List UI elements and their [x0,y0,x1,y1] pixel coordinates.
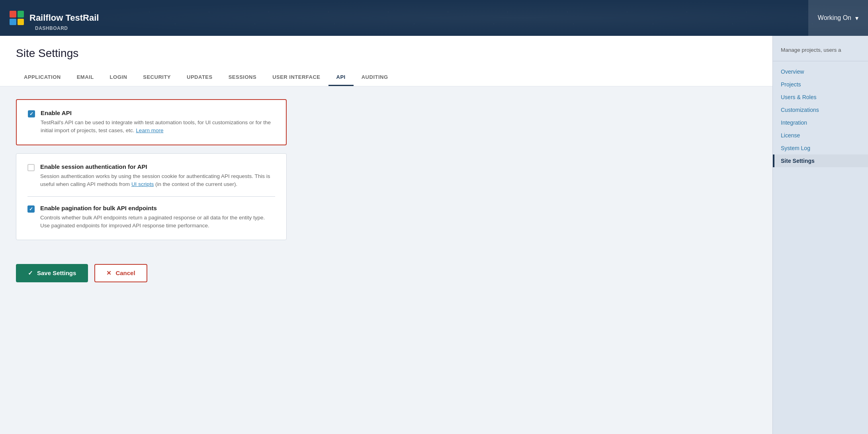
enable-api-checkbox-wrap[interactable] [28,110,35,117]
learn-more-link[interactable]: Learn more [136,127,163,133]
logo-grid [10,11,24,25]
pagination-label: Enable pagination for bulk API endpoints [40,205,275,211]
sidebar-item-customizations[interactable]: Customizations [773,104,868,116]
session-auth-checkbox-wrap[interactable] [27,164,35,171]
sidebar-item-projects[interactable]: Projects [773,78,868,91]
ui-scripts-link[interactable]: UI scripts [131,181,154,187]
pagination-checkbox-wrap[interactable] [27,205,35,213]
sidebar-help-text: Manage projects, users a [773,44,868,61]
chevron-down-icon: ▾ [855,14,858,22]
check-icon: ✓ [28,270,33,277]
sidebar-item-system-log[interactable]: System Log [773,142,868,154]
page-header: Site Settings APPLICATION EMAIL LOGIN SE… [0,36,772,86]
action-buttons: ✓ Save Settings ✕ Cancel [0,253,772,293]
pagination-row: Enable pagination for bulk API endpoints… [27,205,275,230]
session-auth-content: Enable session authentication for API Se… [40,163,275,189]
enable-api-content: Enable API TestRail's API can be used to… [41,109,275,135]
enable-api-checkbox[interactable] [28,110,35,117]
tab-updates[interactable]: UPDATES [179,69,221,86]
enable-api-row: Enable API TestRail's API can be used to… [28,109,275,135]
settings-tabs: APPLICATION EMAIL LOGIN SECURITY UPDATES… [16,69,757,86]
sidebar-item-users-roles[interactable]: Users & Roles [773,91,868,104]
sidebar-item-site-settings[interactable]: Site Settings [773,154,868,167]
tab-api[interactable]: API [328,69,354,86]
enable-api-description: TestRail's API can be used to integrate … [41,119,275,135]
tab-user-interface[interactable]: USER INTERFACE [264,69,328,86]
cancel-label: Cancel [115,270,135,276]
session-auth-description: Session authentication works by using th… [40,172,275,189]
session-auth-label: Enable session authentication for API [40,163,275,170]
app-header: Railflow TestRail DASHBOARD Working On ▾ [0,0,868,36]
session-auth-block: Enable session authentication for API Se… [16,153,287,240]
working-on-label: Working On [818,14,851,22]
times-icon: ✕ [106,270,111,277]
tab-login[interactable]: LOGIN [102,69,135,86]
working-on-button[interactable]: Working On ▾ [808,0,868,36]
tab-auditing[interactable]: AUDITING [354,69,396,86]
sidebar-item-integration[interactable]: Integration [773,116,868,129]
settings-content: Enable API TestRail's API can be used to… [0,86,303,253]
cancel-button[interactable]: ✕ Cancel [94,264,147,282]
logo-cell-red [10,11,16,18]
pagination-content: Enable pagination for bulk API endpoints… [40,205,275,230]
session-auth-row: Enable session authentication for API Se… [27,163,275,189]
main-content: Site Settings APPLICATION EMAIL LOGIN SE… [0,36,772,434]
spacer-1 [16,145,287,153]
sidebar-item-overview[interactable]: Overview [773,65,868,78]
logo-cell-green [18,11,24,18]
tab-application[interactable]: APPLICATION [16,69,69,86]
tab-email[interactable]: EMAIL [69,69,102,86]
page-title: Site Settings [16,47,757,60]
session-auth-checkbox[interactable] [27,164,35,171]
header-nav: DASHBOARD [35,25,68,31]
pagination-description: Controls whether bulk API endpoints retu… [40,214,275,230]
sidebar: Manage projects, users a Overview Projec… [772,36,868,434]
save-label: Save Settings [37,270,76,276]
enable-api-label: Enable API [41,109,275,116]
tab-security[interactable]: SECURITY [135,69,179,86]
pagination-checkbox[interactable] [27,205,35,213]
app-title: Railflow TestRail [29,13,99,23]
save-button[interactable]: ✓ Save Settings [16,264,88,282]
sidebar-item-license[interactable]: License [773,129,868,142]
tab-sessions[interactable]: SESSIONS [221,69,264,86]
enable-api-block: Enable API TestRail's API can be used to… [16,99,287,145]
logo-area: Railflow TestRail [10,11,99,25]
logo-cell-blue [10,19,16,25]
section-divider [27,196,275,197]
page-layout: Site Settings APPLICATION EMAIL LOGIN SE… [0,36,868,434]
logo-cell-yellow [18,19,24,25]
